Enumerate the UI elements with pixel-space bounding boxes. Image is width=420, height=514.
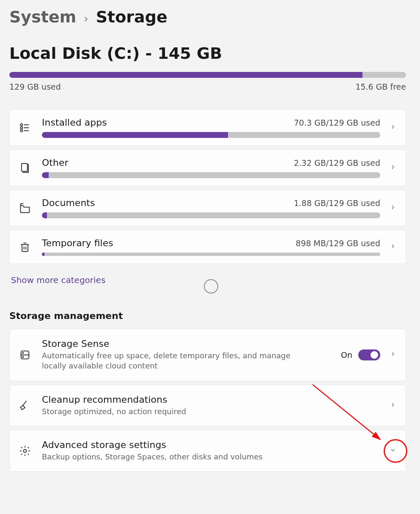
trash-icon <box>17 241 33 253</box>
chevron-right-icon: › <box>84 12 88 25</box>
category-usage: 1.88 GB/129 GB used <box>294 198 380 208</box>
cleanup-subtitle: Storage optimized, no action required <box>42 407 304 417</box>
category-usage: 2.32 GB/129 GB used <box>294 158 380 168</box>
category-title: Temporary files <box>42 238 113 248</box>
cleanup-title: Cleanup recommendations <box>42 394 380 405</box>
category-bar-fill <box>42 253 44 256</box>
breadcrumb-current: Storage <box>96 8 167 26</box>
chevron-down-icon[interactable] <box>390 446 396 455</box>
cleanup-recommendations-row[interactable]: Cleanup recommendations Storage optimize… <box>9 385 406 426</box>
section-heading-storage-management: Storage management <box>9 311 412 321</box>
category-bar <box>42 212 380 218</box>
chevron-right-icon <box>390 123 396 132</box>
category-temporary-files[interactable]: Temporary files 898 MB/129 GB used <box>9 230 406 264</box>
gear-icon <box>17 445 33 457</box>
category-title: Installed apps <box>42 117 107 128</box>
category-other[interactable]: Other 2.32 GB/129 GB used <box>9 149 406 186</box>
chevron-right-icon <box>390 203 396 212</box>
advanced-storage-settings-row[interactable]: Advanced storage settings Backup options… <box>9 430 406 472</box>
category-bar <box>42 172 380 178</box>
category-bar-fill <box>42 212 47 218</box>
category-title: Other <box>42 157 68 168</box>
chevron-right-icon <box>390 401 396 410</box>
disk-title: Local Disk (C:) - 145 GB <box>9 44 412 63</box>
toggle-state-label: On <box>341 350 352 360</box>
loading-spinner-icon <box>204 279 218 294</box>
category-title: Documents <box>42 198 95 208</box>
chevron-right-icon <box>390 350 396 359</box>
disk-usage-bar <box>9 72 406 78</box>
advanced-subtitle: Backup options, Storage Spaces, other di… <box>42 452 304 462</box>
apps-icon <box>17 122 33 134</box>
advanced-title: Advanced storage settings <box>42 440 380 450</box>
category-usage: 898 MB/129 GB used <box>296 239 380 248</box>
svg-rect-0 <box>21 124 23 126</box>
category-installed-apps[interactable]: Installed apps 70.3 GB/129 GB used <box>9 109 406 146</box>
breadcrumb: System › Storage <box>9 8 412 26</box>
disk-stats: 129 GB used 15.6 GB free <box>9 82 406 91</box>
storage-sense-title: Storage Sense <box>42 338 332 349</box>
disk-usage-bar-fill <box>9 72 362 78</box>
breadcrumb-parent[interactable]: System <box>9 8 76 26</box>
svg-line-13 <box>23 401 26 406</box>
drive-icon <box>17 349 33 361</box>
show-more-categories-link[interactable]: Show more categories <box>11 275 105 285</box>
disk-used-label: 129 GB used <box>9 82 61 91</box>
category-documents[interactable]: Documents 1.88 GB/129 GB used <box>9 190 406 226</box>
chevron-right-icon <box>390 242 396 251</box>
svg-rect-4 <box>21 129 23 132</box>
category-bar <box>42 132 380 138</box>
storage-sense-toggle[interactable] <box>358 349 380 360</box>
svg-point-14 <box>24 449 27 452</box>
category-bar <box>42 253 380 256</box>
category-bar-fill <box>42 172 49 178</box>
broom-icon <box>17 399 33 411</box>
storage-sense-subtitle: Automatically free up space, delete temp… <box>42 351 304 371</box>
svg-point-11 <box>22 352 23 353</box>
svg-point-12 <box>22 356 23 357</box>
svg-rect-6 <box>22 163 27 171</box>
category-bar-fill <box>42 132 228 138</box>
other-icon <box>17 162 33 174</box>
storage-sense-row[interactable]: Storage Sense Automatically free up spac… <box>9 329 406 381</box>
category-usage: 70.3 GB/129 GB used <box>294 118 380 127</box>
svg-rect-2 <box>21 126 23 129</box>
documents-icon <box>17 202 33 214</box>
disk-free-label: 15.6 GB free <box>355 82 406 91</box>
chevron-right-icon <box>390 163 396 172</box>
